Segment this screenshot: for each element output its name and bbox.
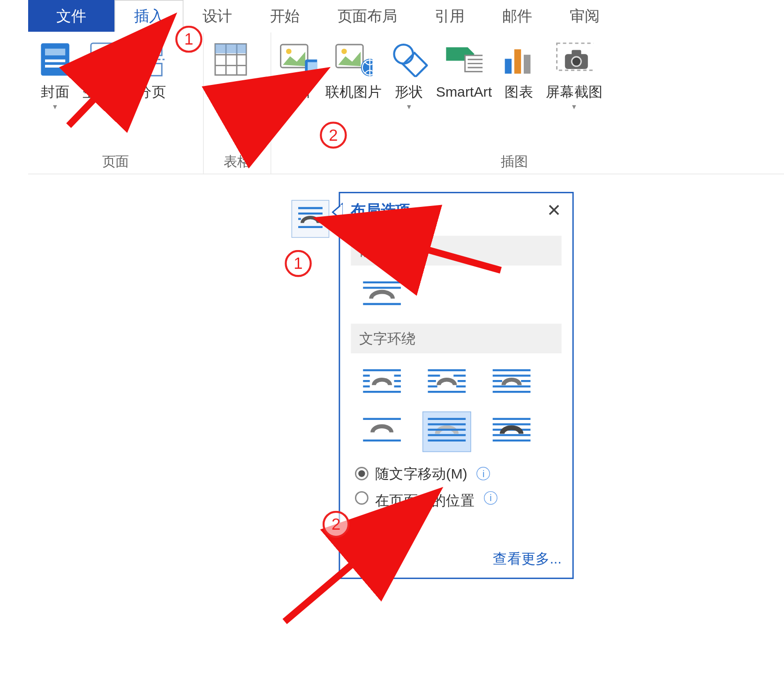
popup-title: 布局选项	[351, 200, 410, 221]
annotation-circle-1a: 1	[175, 26, 203, 53]
group-pages-label: 页面	[32, 149, 199, 171]
svg-rect-28	[505, 59, 511, 74]
section-wrap-header: 文字环绕	[351, 324, 561, 353]
ribbon-tabs: 文件 插入 设计 开始 页面布局 引用 邮件 审阅	[28, 0, 784, 32]
wrap-behind-icon	[427, 415, 467, 449]
group-tables-label: 表格	[208, 149, 266, 171]
annotation-circle-2a: 2	[320, 122, 347, 149]
wrap-option-topbottom[interactable]	[358, 411, 407, 452]
online-picture-icon	[335, 40, 373, 78]
annotation-circle-1b: 1	[285, 250, 312, 277]
group-tables: 表格 ▾ 表格	[204, 32, 271, 174]
shapes-icon	[390, 40, 428, 78]
cover-page-label: 封面	[41, 83, 69, 101]
popup-close-button[interactable]: ✕	[547, 200, 562, 221]
info-icon[interactable]: i	[477, 467, 490, 480]
tab-review[interactable]: 审阅	[551, 0, 618, 32]
smartart-label: SmartArt	[436, 83, 492, 101]
online-picture-button[interactable]: 联机图片	[321, 38, 386, 101]
radio-icon	[355, 467, 369, 480]
table-button[interactable]: 表格 ▾	[208, 38, 254, 112]
wrap-option-front[interactable]	[487, 411, 536, 452]
svg-rect-5	[142, 43, 162, 55]
svg-rect-22	[403, 53, 427, 77]
online-picture-label: 联机图片	[325, 83, 382, 101]
tab-page-layout[interactable]: 页面布局	[318, 0, 415, 32]
svg-point-15	[286, 49, 292, 54]
wrap-topbottom-icon	[362, 415, 402, 449]
group-illustrations: 图片 联机图片 形状 ▾	[271, 32, 757, 174]
app-stage: 文件 插入 设计 开始 页面布局 引用 邮件 审阅 封面 ▾	[28, 0, 784, 685]
shapes-label: 形状	[395, 83, 423, 101]
dropdown-caret-icon: ▾	[407, 102, 411, 112]
layout-options-icon	[295, 203, 325, 235]
smartart-button[interactable]: SmartArt	[432, 38, 496, 101]
annotation-circle-2b: 2	[323, 511, 350, 538]
svg-point-19	[341, 49, 347, 54]
group-illustrations-label: 插图	[275, 149, 754, 171]
close-icon: ✕	[547, 200, 562, 220]
shapes-button[interactable]: 形状 ▾	[386, 38, 432, 112]
svg-rect-29	[514, 49, 521, 74]
wrap-inline-icon	[362, 278, 402, 312]
svg-point-33	[572, 57, 581, 66]
radio-move-with-text[interactable]: 随文字移动(M) i	[351, 460, 561, 487]
screenshot-icon: +	[555, 40, 593, 78]
radio-fixed-position[interactable]: 在页面上的位置固定(N) i	[351, 487, 561, 533]
chart-label: 图表	[505, 83, 533, 101]
tab-mailings[interactable]: 邮件	[483, 0, 551, 32]
svg-rect-2	[45, 60, 65, 62]
blank-page-icon	[84, 40, 122, 78]
chart-button[interactable]: 图表	[496, 38, 542, 101]
blank-page-label: 空白页	[82, 83, 125, 101]
picture-label: 图片	[284, 83, 312, 101]
info-icon[interactable]: i	[484, 491, 498, 505]
table-icon	[212, 40, 250, 78]
tab-references[interactable]: 引用	[416, 0, 483, 32]
wrap-square-icon	[362, 366, 402, 400]
tab-home[interactable]: 开始	[251, 0, 318, 32]
cover-page-icon	[36, 40, 74, 78]
tab-file[interactable]: 文件	[28, 0, 114, 32]
chart-icon	[500, 40, 538, 78]
svg-rect-3	[45, 65, 65, 68]
layout-options-popup: 布局选项 ✕ 嵌入型 文字环绕	[339, 192, 573, 579]
picture-icon	[279, 40, 317, 78]
page-break-label: 分页	[137, 83, 166, 101]
ribbon-body: 封面 ▾ 空白页 分页 页面	[28, 32, 784, 174]
wrap-through-icon	[491, 366, 532, 400]
blank-page-button[interactable]: 空白页	[78, 38, 129, 101]
wrap-option-inline[interactable]	[358, 275, 407, 315]
dropdown-caret-icon: ▾	[53, 102, 57, 112]
dropdown-caret-icon: ▾	[572, 102, 576, 112]
screenshot-label: 屏幕截图	[546, 83, 603, 101]
svg-rect-1	[45, 49, 65, 55]
radio-move-label: 随文字移动(M)	[375, 464, 467, 483]
radio-fixed-label: 在页面上的位置固定(N)	[375, 491, 475, 529]
screenshot-button[interactable]: + 屏幕截图 ▾	[542, 38, 607, 112]
cover-page-button[interactable]: 封面 ▾	[32, 38, 78, 112]
wrap-front-icon	[491, 415, 532, 449]
page-break-button[interactable]: 分页	[129, 38, 175, 101]
layout-options-launcher[interactable]	[292, 200, 330, 238]
picture-button[interactable]: 图片	[275, 38, 321, 101]
svg-rect-13	[215, 44, 246, 53]
page-break-icon	[133, 40, 171, 78]
svg-rect-17	[308, 62, 317, 71]
wrap-option-through[interactable]	[487, 363, 536, 403]
wrap-tight-icon	[427, 366, 467, 400]
group-pages: 封面 ▾ 空白页 分页 页面	[28, 32, 204, 174]
svg-rect-4	[90, 43, 116, 76]
see-more-link[interactable]: 查看更多...	[351, 549, 561, 568]
svg-point-21	[394, 45, 413, 63]
dropdown-caret-icon: ▾	[229, 102, 233, 112]
wrap-option-behind[interactable]	[422, 411, 471, 452]
wrap-option-square[interactable]	[358, 363, 407, 403]
svg-rect-30	[524, 55, 530, 74]
tab-insert[interactable]: 插入	[114, 0, 183, 32]
wrap-option-tight[interactable]	[422, 363, 471, 403]
smartart-icon	[445, 40, 483, 78]
svg-rect-6	[142, 63, 162, 76]
radio-icon	[355, 491, 369, 505]
section-inline-header: 嵌入型	[351, 236, 561, 266]
